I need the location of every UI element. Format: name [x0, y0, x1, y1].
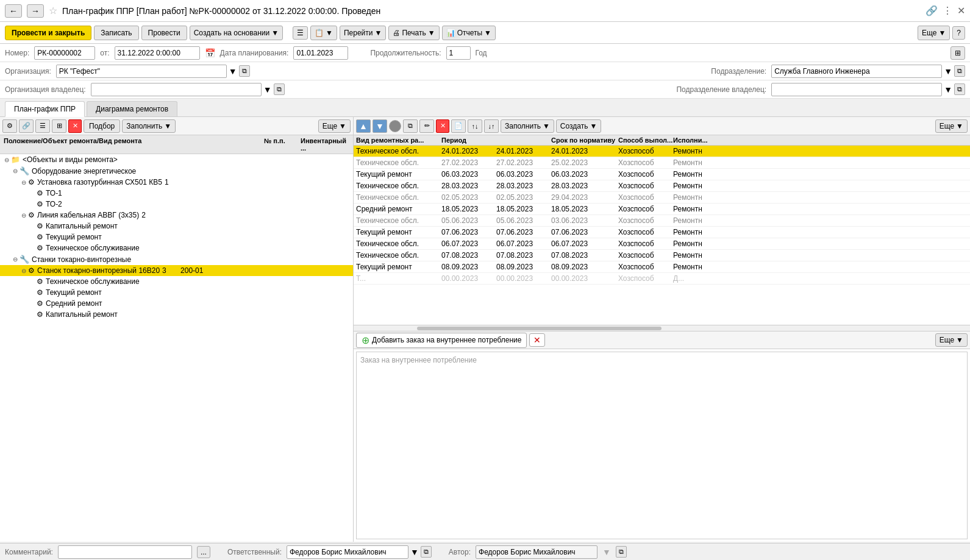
doc-button[interactable]: 📄 [451, 119, 466, 133]
delete-order-button[interactable]: ✕ [529, 333, 545, 347]
tree-row[interactable]: ⚙ Капитальный ремонт [0, 309, 353, 320]
org-input[interactable] [56, 65, 227, 78]
tree-row[interactable]: ⚙ Средний ремонт [0, 298, 353, 309]
fill-left-button[interactable]: Заполнить ▼ [122, 119, 176, 133]
responsible-input[interactable] [287, 545, 408, 559]
table-row[interactable]: Текущий ремонт 08.09.2023 08.09.2023 08.… [354, 261, 970, 273]
list-view-button[interactable]: ☰ [293, 26, 308, 40]
table-row[interactable]: Средний ремонт 18.05.2023 18.05.2023 18.… [354, 204, 970, 215]
edit-button[interactable]: ✏ [419, 119, 434, 133]
dept-input[interactable] [771, 65, 942, 78]
sort-asc-button[interactable]: ↑↓ [468, 119, 482, 133]
delete-right-button[interactable]: ✕ [436, 119, 449, 133]
tree-row[interactable]: ⊖ ⚙ Станок токарно-винторезный 16В20 3 2… [0, 265, 353, 276]
tree-row[interactable]: ⊖ ⚙ Установка газотурбинная СХ501 КВ5 1 [0, 177, 353, 188]
from-date-input[interactable] [115, 46, 200, 60]
table-row[interactable]: Техническое обсл. 06.07.2023 06.07.2023 … [354, 238, 970, 250]
comment-dots-button[interactable]: ... [197, 546, 210, 558]
hierarchy-button[interactable]: ⊞ [52, 119, 66, 133]
list-button[interactable]: ☰ [35, 119, 50, 133]
table-row[interactable]: Техническое обсл. 07.08.2023 07.08.2023 … [354, 250, 970, 261]
extra-icon-button[interactable]: 📋 ▼ [310, 26, 337, 40]
circle-button[interactable] [389, 120, 401, 132]
horizontal-scrollbar[interactable] [354, 325, 970, 331]
expand-icon[interactable]: ⊖ [20, 179, 28, 186]
nav-back-button[interactable]: ← [5, 4, 22, 18]
dept-owner-input[interactable] [771, 83, 942, 96]
link-icon[interactable]: 🔗 [925, 5, 938, 16]
expand-icon[interactable]: ⊖ [11, 168, 20, 174]
group-button[interactable]: 🔗 [19, 119, 34, 133]
tree-row[interactable]: ⊖ 📁 <Объекты и виды ремонта> [0, 154, 353, 165]
author-copy-button[interactable]: ⧉ [616, 546, 627, 558]
fill-right-button[interactable]: Заполнить ▼ [501, 119, 554, 133]
calendar-button[interactable]: 📅 [205, 48, 215, 58]
arrow-down-button[interactable]: ▼ [373, 119, 387, 133]
post-and-close-button[interactable]: Провести и закрыть [5, 26, 91, 40]
tree-row[interactable]: ⚙ Техническое обслуживание [0, 243, 353, 253]
comment-input[interactable] [58, 545, 192, 559]
sort-desc-button[interactable]: ↓↑ [484, 119, 499, 133]
tree-row[interactable]: ⊖ ⚙ Линия кабельная АВВГ (3х35) 2 [0, 210, 353, 221]
plan-date-input[interactable] [293, 46, 348, 60]
settings-button[interactable]: ⚙ [2, 119, 17, 133]
table-row[interactable]: Текущий ремонт 07.06.2023 07.06.2023 07.… [354, 227, 970, 238]
more-order-button[interactable]: Еще ▼ [935, 333, 968, 347]
save-button[interactable]: Записать [94, 26, 138, 40]
help-button[interactable]: ? [952, 26, 965, 40]
table-row[interactable]: Т... 00.00.2023 00.00.2023 00.00.2023 Хо… [354, 273, 970, 285]
tab-ppr-plan[interactable]: План-график ППР [5, 101, 85, 117]
more-button[interactable]: Еще ▼ [918, 26, 950, 40]
org-copy-button[interactable]: ⧉ [239, 65, 250, 77]
post-button[interactable]: Провести [141, 26, 187, 40]
org-owner-dropdown-icon[interactable]: ▼ [263, 85, 272, 94]
table-icon-button[interactable]: ⊞ [950, 46, 965, 60]
expand-icon[interactable]: ⊖ [11, 256, 20, 263]
tree-row[interactable]: ⚙ Текущий ремонт [0, 287, 353, 298]
table-row[interactable]: Техническое обсл. 27.02.2023 27.02.2023 … [354, 157, 970, 169]
create-basis-button[interactable]: Создать на основании ▼ [190, 26, 283, 40]
arrow-up-button[interactable]: ▲ [356, 119, 371, 133]
responsible-dropdown-icon[interactable]: ▼ [410, 547, 419, 557]
nav-forward-button[interactable]: → [27, 4, 44, 18]
tree-row[interactable]: ⊖ 🔧 Оборудование энергетическое [0, 165, 353, 177]
tree-row[interactable]: ⚙ Техническое обслуживание [0, 276, 353, 287]
tab-repair-diagram[interactable]: Диаграмма ремонтов [87, 101, 177, 116]
close-icon[interactable]: ✕ [957, 5, 965, 16]
create-right-button[interactable]: Создать ▼ [556, 119, 602, 133]
responsible-copy-button[interactable]: ⧉ [421, 546, 432, 558]
table-row[interactable]: Техническое обсл. 02.05.2023 02.05.2023 … [354, 192, 970, 204]
dept-owner-copy-button[interactable]: ⧉ [954, 83, 965, 95]
expand-icon[interactable]: ⊖ [20, 212, 28, 219]
more-icon[interactable]: ⋮ [943, 5, 952, 16]
table-row[interactable]: Техническое обсл. 05.06.2023 05.06.2023 … [354, 215, 970, 227]
dept-owner-dropdown-icon[interactable]: ▼ [944, 85, 952, 94]
expand-icon[interactable]: ⊖ [2, 157, 11, 163]
table-row[interactable]: Техническое обсл. 24.01.2023 24.01.2023 … [354, 146, 970, 157]
reports-button[interactable]: 📊 Отчеты ▼ [442, 26, 496, 40]
more-right-button[interactable]: Еще ▼ [935, 119, 968, 133]
goto-button[interactable]: Перейти ▼ [340, 26, 386, 40]
dept-dropdown-icon[interactable]: ▼ [944, 66, 952, 76]
more-left-button[interactable]: Еще ▼ [318, 119, 351, 133]
tree-row[interactable]: ⚙ Капитальный ремонт [0, 221, 353, 232]
table-row[interactable]: Текущий ремонт 06.03.2023 06.03.2023 06.… [354, 169, 970, 180]
add-order-button[interactable]: ⊕ Добавить заказ на внутреннее потреблен… [356, 333, 527, 348]
expand-icon[interactable]: ⊖ [20, 268, 28, 274]
number-input[interactable] [34, 46, 95, 60]
org-owner-input[interactable] [91, 83, 262, 96]
tree-row[interactable]: ⊖ 🔧 Станки токарно-винторезные [0, 253, 353, 265]
duration-input[interactable] [446, 46, 471, 60]
copy-right-button[interactable]: ⧉ [403, 119, 418, 133]
favorite-button[interactable]: ☆ [49, 5, 57, 16]
tree-row[interactable]: ⚙ ТО-2 [0, 199, 353, 210]
delete-button-left[interactable]: ✕ [68, 119, 82, 133]
dept-copy-button[interactable]: ⧉ [954, 65, 965, 77]
tree-row[interactable]: ⚙ Текущий ремонт [0, 232, 353, 243]
table-row[interactable]: Техническое обсл. 28.03.2023 28.03.2023 … [354, 180, 970, 192]
select-button[interactable]: Подбор [84, 119, 120, 133]
print-button[interactable]: 🖨 Печать ▼ [388, 26, 439, 40]
tree-row[interactable]: ⚙ ТО-1 [0, 188, 353, 199]
org-dropdown-icon[interactable]: ▼ [229, 66, 237, 76]
org-owner-copy-button[interactable]: ⧉ [274, 83, 285, 95]
